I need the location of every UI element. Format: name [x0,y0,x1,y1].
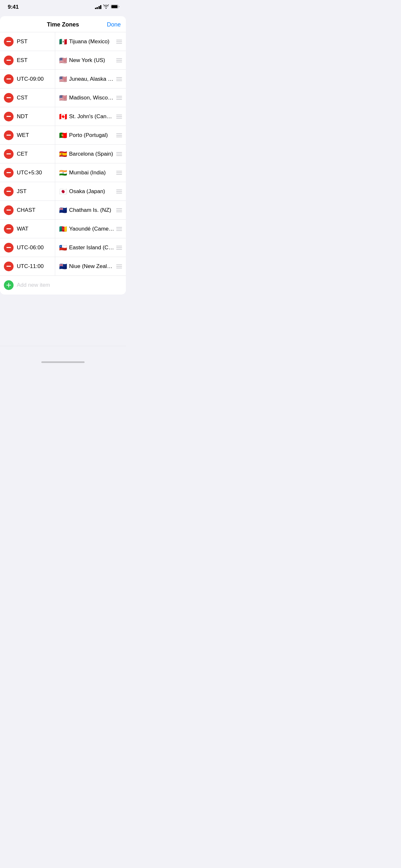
remove-button-2[interactable] [4,74,13,84]
table-row: CHAST 🇳🇿 Chatham Is. (NZ) [0,201,126,220]
svg-rect-1 [112,5,118,8]
remove-button-10[interactable] [4,224,13,234]
remove-button-3[interactable] [4,93,13,103]
tz-left-6: CET [0,149,55,159]
remove-button-1[interactable] [4,56,13,65]
status-icons [95,4,120,10]
tz-left-3: CST [0,93,55,103]
tz-city-5: Porto (Portugal) [69,132,114,138]
tz-code-10: WAT [17,226,28,232]
table-row: CET 🇪🇸 Barcelona (Spain) [0,145,126,163]
tz-left-11: UTC-06:00 [0,243,55,252]
table-row: UTC-09:00 🇺🇸 Juneau, Alaska (US) [0,70,126,89]
timezone-list: PST 🇲🇽 Tijuana (Mexico) EST 🇺🇸 New [0,32,126,276]
table-row: CST 🇺🇸 Madison, Wisconsi... [0,89,126,107]
tz-code-8: JST [17,188,27,195]
flag-icon-8: 🇯🇵 [59,188,67,195]
table-row: WET 🇵🇹 Porto (Portugal) [0,126,126,145]
tz-code-3: CST [17,95,28,101]
tz-code-6: CET [17,151,28,157]
tz-code-2: UTC-09:00 [17,76,43,82]
remove-button-6[interactable] [4,149,13,159]
drag-handle-3[interactable] [116,96,123,100]
tz-right-3: 🇺🇸 Madison, Wisconsi... [55,94,126,102]
flag-icon-5: 🇵🇹 [59,131,67,139]
flag-icon-7: 🇮🇳 [59,169,67,177]
drag-handle-0[interactable] [116,40,123,43]
remove-button-7[interactable] [4,168,13,178]
drag-handle-6[interactable] [116,152,123,156]
drag-handle-12[interactable] [116,265,123,268]
done-button[interactable]: Done [107,21,121,28]
remove-button-9[interactable] [4,206,13,215]
tz-left-10: WAT [0,224,55,234]
tz-left-9: CHAST [0,206,55,215]
tz-right-1: 🇺🇸 New York (US) [55,57,126,64]
drag-handle-2[interactable] [116,77,123,81]
table-row: UTC-06:00 🇨🇱 Easter Island (Chile) [0,238,126,257]
remove-button-5[interactable] [4,130,13,140]
tz-city-10: Yaoundé (Cameroon) [69,226,114,232]
drag-handle-10[interactable] [116,227,123,231]
add-item-button[interactable] [4,280,13,290]
tz-city-1: New York (US) [69,57,114,64]
tz-city-6: Barcelona (Spain) [69,151,114,157]
tz-code-9: CHAST [17,207,35,213]
tz-code-4: NDT [17,113,28,120]
flag-icon-3: 🇺🇸 [59,94,67,102]
tz-right-9: 🇳🇿 Chatham Is. (NZ) [55,206,126,214]
tz-code-0: PST [17,38,27,45]
table-row: WAT 🇨🇲 Yaoundé (Cameroon) [0,220,126,238]
signal-bars-icon [95,5,102,9]
tz-left-4: NDT [0,112,55,121]
drag-handle-1[interactable] [116,58,123,62]
status-bar: 9:41 [0,0,126,14]
modal-header: Time Zones Done [0,16,126,32]
tz-code-5: WET [17,132,29,138]
drag-handle-9[interactable] [116,208,123,212]
table-row: JST 🇯🇵 Osaka (Japan) [0,182,126,201]
status-time: 9:41 [8,4,19,10]
tz-right-8: 🇯🇵 Osaka (Japan) [55,188,126,195]
drag-handle-7[interactable] [116,171,123,175]
tz-right-2: 🇺🇸 Juneau, Alaska (US) [55,75,126,83]
tz-city-3: Madison, Wisconsi... [69,95,114,101]
flag-icon-9: 🇳🇿 [59,206,67,214]
flag-icon-2: 🇺🇸 [59,75,67,83]
tz-right-11: 🇨🇱 Easter Island (Chile) [55,244,126,252]
table-row: PST 🇲🇽 Tijuana (Mexico) [0,32,126,51]
tz-right-6: 🇪🇸 Barcelona (Spain) [55,150,126,158]
drag-handle-8[interactable] [116,190,123,193]
drag-handle-4[interactable] [116,115,123,119]
remove-button-4[interactable] [4,112,13,121]
table-row: UTC-11:00 🇳🇿 Niue (New Zealand) [0,257,126,276]
tz-left-2: UTC-09:00 [0,74,55,84]
drag-handle-5[interactable] [116,133,123,137]
remove-button-12[interactable] [4,261,13,271]
tz-code-11: UTC-06:00 [17,244,43,251]
flag-icon-11: 🇨🇱 [59,244,67,252]
tz-left-5: WET [0,130,55,140]
modal-title: Time Zones [47,21,79,28]
remove-button-0[interactable] [4,37,13,46]
tz-code-1: EST [17,57,27,64]
bottom-area [0,294,126,366]
flag-icon-1: 🇺🇸 [59,57,67,64]
tz-right-10: 🇨🇲 Yaoundé (Cameroon) [55,225,126,233]
remove-button-11[interactable] [4,243,13,252]
tz-city-2: Juneau, Alaska (US) [69,76,114,82]
tz-city-11: Easter Island (Chile) [69,244,114,251]
tz-right-12: 🇳🇿 Niue (New Zealand) [55,262,126,270]
remove-button-8[interactable] [4,187,13,196]
modal-card: Time Zones Done PST 🇲🇽 Tijuana (Mexico) [0,16,126,294]
tz-left-7: UTC+5:30 [0,168,55,178]
wifi-icon [103,4,109,10]
flag-icon-12: 🇳🇿 [59,262,67,270]
drag-handle-11[interactable] [116,246,123,250]
tz-right-4: 🇨🇦 St. John's (Canada) [55,113,126,120]
tz-code-7: UTC+5:30 [17,169,42,176]
tz-city-12: Niue (New Zealand) [69,263,114,270]
tz-city-8: Osaka (Japan) [69,188,114,195]
add-placeholder: Add new item [17,282,50,288]
table-row: EST 🇺🇸 New York (US) [0,51,126,70]
